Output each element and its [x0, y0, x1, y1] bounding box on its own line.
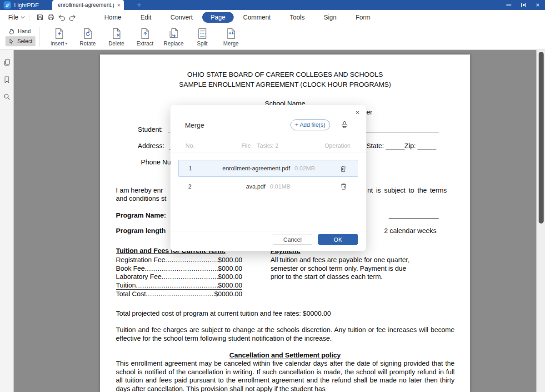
delete-file-button[interactable]	[340, 183, 347, 192]
ribbon-tabs: Home Edit Convert Page Comment Tools Sig…	[95, 12, 380, 23]
cancel-button[interactable]: Cancel	[273, 234, 312, 245]
tab-edit[interactable]: Edit	[131, 12, 161, 23]
doc-enroll-right: nt is subject to the terms	[367, 186, 447, 194]
tab-convert[interactable]: Convert	[161, 12, 202, 23]
select-cursor-icon	[8, 38, 15, 45]
doc-cancellation-para: This enrollment agreement may be cancele…	[116, 359, 455, 392]
search-icon	[3, 93, 10, 100]
window-minimize-button[interactable]	[506, 5, 511, 5]
doc-fee-table: Registration Fee........................…	[116, 256, 242, 298]
search-button[interactable]	[3, 93, 10, 102]
insert-page-icon	[53, 27, 65, 40]
file-size: 0.01MB	[270, 183, 290, 190]
doc-phone-fragment: Phone Nu	[141, 158, 171, 166]
left-sidebar	[0, 50, 14, 392]
vertical-scrollbar[interactable]	[536, 50, 545, 392]
thumbnails-icon	[3, 59, 11, 66]
add-files-button[interactable]: + Add file(s)	[290, 119, 330, 130]
doc-payment-text: All tuition and fees are payable for one…	[270, 256, 411, 281]
file-list-header: No. File Tasks: 2 Operation	[170, 140, 366, 153]
tab-page[interactable]: Page	[202, 12, 234, 23]
file-list-item[interactable]: 2 ava.pdf0.01MB	[178, 178, 358, 195]
page-toolbar: Hand Select Insert Rotate Delete Extract…	[0, 25, 545, 50]
doc-student-label: Student:	[138, 125, 163, 133]
delete-page-icon	[110, 27, 122, 40]
document-tab-title: enrollment-agreement.pdf*	[58, 2, 114, 8]
clear-list-button[interactable]	[339, 119, 350, 130]
redo-button[interactable]	[67, 12, 78, 22]
doc-program-name-line	[389, 218, 439, 219]
hand-tool-button[interactable]: Hand	[5, 26, 35, 36]
merge-page-button[interactable]: Merge	[218, 26, 244, 49]
delete-page-button[interactable]: Delete	[104, 26, 129, 49]
ok-button[interactable]: OK	[318, 234, 358, 245]
undo-button[interactable]	[56, 12, 67, 22]
save-icon	[36, 14, 44, 21]
split-page-icon	[196, 27, 208, 40]
bookmark-icon	[3, 76, 10, 84]
doc-total-projected: Total projected cost of program at curre…	[116, 309, 331, 317]
tab-tools[interactable]: Tools	[280, 12, 314, 23]
title-bar: LightPDF enrollment-agreement.pdf* × + ×	[0, 0, 545, 10]
delete-file-button[interactable]	[340, 165, 347, 174]
delete-label: Delete	[109, 40, 125, 47]
page-thumbnails-button[interactable]	[3, 59, 11, 68]
hand-icon	[8, 28, 15, 35]
split-label: Split	[197, 40, 207, 47]
trash-icon	[340, 183, 347, 190]
doc-program-length-right: 2 calendar weeks	[384, 227, 436, 234]
doc-fragment-er: er	[366, 108, 372, 116]
rotate-page-button[interactable]: Rotate	[75, 26, 100, 49]
menu-bar: File Home Edit Convert Page Comment Tool…	[0, 10, 545, 25]
replace-label: Replace	[164, 40, 184, 47]
rotate-label: Rotate	[80, 40, 95, 47]
window-maximize-button[interactable]	[521, 3, 526, 7]
divider	[83, 14, 83, 21]
file-name: enrollment-agreement.pdf	[222, 165, 290, 172]
tasks-count: Tasks: 2	[257, 142, 279, 149]
tab-sign[interactable]: Sign	[314, 12, 346, 23]
doc-enroll-left1: I am hereby enr	[116, 186, 163, 194]
divider	[39, 27, 40, 47]
split-page-button[interactable]: Split	[190, 26, 215, 49]
document-tab[interactable]: enrollment-agreement.pdf* ×	[52, 0, 124, 10]
window-close-button[interactable]: ×	[536, 2, 540, 8]
file-list-item[interactable]: 1 enrollment-agreement.pdf0.02MB	[178, 160, 358, 177]
new-tab-button[interactable]: +	[133, 0, 145, 10]
scrollbar-thumb[interactable]	[539, 52, 544, 223]
redo-icon	[69, 14, 76, 21]
extract-page-button[interactable]: Extract	[132, 26, 158, 49]
bookmarks-button[interactable]	[3, 76, 10, 85]
replace-page-button[interactable]: Replace	[161, 26, 186, 49]
select-tool-button[interactable]: Select	[5, 36, 35, 46]
tab-comment[interactable]: Comment	[234, 12, 280, 23]
file-menu[interactable]: File	[8, 14, 19, 21]
lightpdf-logo-icon	[4, 1, 11, 9]
doc-fee-row: Registration Fee........................…	[116, 256, 242, 264]
doc-heading1: OHIO STATE BOARD OF CAREER COLLEGES AND …	[100, 70, 470, 78]
trash-icon	[340, 165, 347, 173]
tab-form[interactable]: Form	[346, 12, 380, 23]
print-icon	[47, 14, 55, 21]
merge-label: Merge	[223, 40, 239, 47]
replace-page-icon	[168, 27, 180, 40]
dialog-close-icon[interactable]: ×	[355, 109, 360, 117]
column-file: File	[241, 142, 251, 149]
save-button[interactable]	[35, 12, 45, 22]
rotate-page-icon	[82, 27, 94, 40]
doc-enroll-left2: and conditions st	[116, 194, 166, 202]
insert-page-button[interactable]: Insert	[46, 26, 72, 49]
divider	[30, 14, 30, 21]
merge-page-icon	[225, 27, 237, 40]
insert-label: Insert	[50, 40, 64, 47]
tab-close-icon[interactable]: ×	[117, 2, 120, 9]
doc-fee-row: Book Fee................................…	[116, 264, 242, 273]
print-button[interactable]	[45, 12, 56, 22]
file-size: 0.02MB	[295, 165, 315, 172]
tab-home[interactable]: Home	[95, 12, 131, 23]
doc-heading2: SAMPLE ENROLLMENT AGREEMENT (CLOCK HOUR …	[100, 80, 470, 88]
doc-cancellation-header: Cancellation and Settlement policy	[100, 351, 470, 359]
app-name: LightPDF	[14, 2, 39, 9]
doc-fee-row: Total Cost..............................…	[116, 290, 242, 298]
chevron-down-icon	[20, 16, 25, 19]
